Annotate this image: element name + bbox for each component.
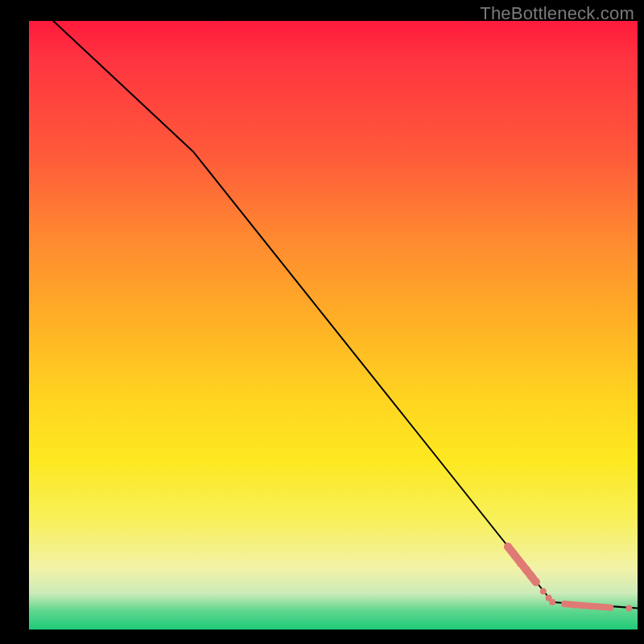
data-marker (532, 578, 540, 586)
data-marker (517, 559, 525, 568)
data-marker (549, 599, 555, 605)
data-marker (540, 588, 547, 594)
data-marker (625, 605, 632, 612)
data-marker (504, 543, 512, 551)
plot-area (29, 21, 638, 630)
data-marker (511, 552, 519, 560)
data-marker (588, 603, 594, 609)
data-marker (561, 601, 568, 607)
watermark-text: TheBottleneck.com (480, 3, 634, 24)
data-marker (578, 603, 584, 609)
series-curve (53, 21, 638, 609)
chart-svg (29, 21, 638, 630)
data-marker (571, 602, 577, 609)
data-marker (607, 605, 613, 611)
chart-frame: TheBottleneck.com (0, 0, 644, 644)
data-marker (598, 604, 605, 610)
